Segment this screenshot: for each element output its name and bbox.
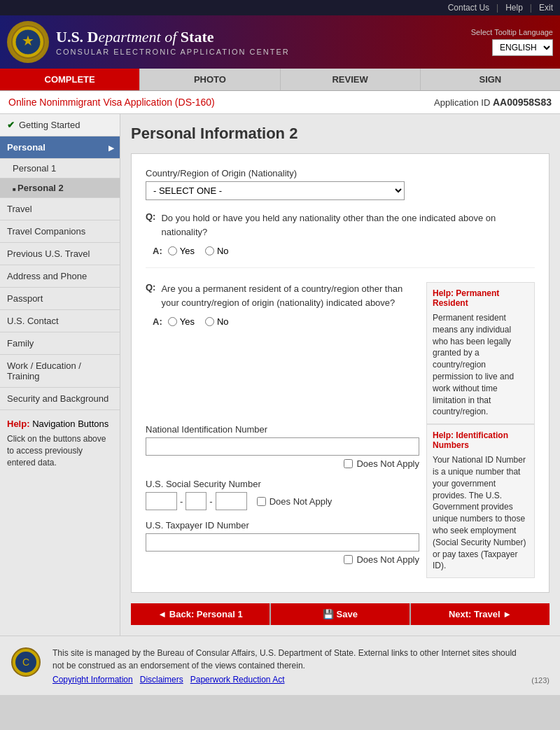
q2-row: Q: Are you a permanent resident of a cou… bbox=[146, 282, 419, 309]
app-id-bar: Online Nonimmigrant Visa Application (DS… bbox=[0, 91, 560, 114]
national-id-label: National Identification Number bbox=[146, 424, 419, 435]
sidebar-item-personal2[interactable]: Personal 2 bbox=[0, 178, 120, 198]
sidebar-item-passport[interactable]: Passport bbox=[0, 288, 120, 310]
sidebar-item-getting-started[interactable]: ✔ Getting Started bbox=[0, 114, 120, 136]
page-title: Personal Information 2 bbox=[131, 125, 550, 143]
q1-label: Q: bbox=[146, 211, 155, 239]
ssn-part2-input[interactable] bbox=[186, 492, 206, 510]
taxpayer-id-dna-checkbox[interactable] bbox=[344, 555, 353, 564]
tab-review[interactable]: REVIEW bbox=[281, 69, 421, 90]
sidebar-item-previous-us-travel[interactable]: Previous U.S. Travel bbox=[0, 243, 120, 265]
svg-text:C: C bbox=[22, 657, 29, 668]
national-id-dna-label: Does Not Apply bbox=[356, 458, 419, 469]
sidebar-item-work-education[interactable]: Work / Education / Training bbox=[0, 355, 120, 388]
question-block-1: Q: Do you hold or have you held any nati… bbox=[146, 211, 535, 268]
tab-complete[interactable]: COMPLETE bbox=[0, 69, 140, 90]
q1-radio-group: Yes No bbox=[168, 246, 229, 256]
footer-seal: C bbox=[10, 647, 42, 678]
disclaimers-link[interactable]: Disclaimers bbox=[140, 675, 183, 685]
q2-text: Are you a permanent resident of a countr… bbox=[161, 282, 419, 309]
ssn-dna-checkbox[interactable] bbox=[257, 497, 266, 506]
taxpayer-id-dna: Does Not Apply bbox=[146, 554, 419, 565]
paperwork-link[interactable]: Paperwork Reduction Act bbox=[190, 675, 285, 685]
id-fields: National Identification Number Does Not … bbox=[146, 424, 419, 578]
content-area: Personal Information 2 Country/Region of… bbox=[120, 114, 560, 636]
q2-no-option[interactable]: No bbox=[205, 316, 229, 327]
exit-link[interactable]: Exit bbox=[539, 3, 553, 13]
sidebar-item-travel[interactable]: Travel bbox=[0, 198, 120, 220]
sidebar-item-personal1[interactable]: Personal 1 bbox=[0, 159, 120, 178]
sidebar-item-family[interactable]: Family bbox=[0, 332, 120, 355]
nationality-select[interactable]: - SELECT ONE - bbox=[146, 181, 405, 200]
getting-started-label: Getting Started bbox=[19, 120, 80, 130]
next-button[interactable]: Next: Travel ► bbox=[411, 603, 550, 625]
tab-photo[interactable]: PHOTO bbox=[140, 69, 280, 90]
national-id-input[interactable] bbox=[146, 437, 419, 456]
q1-row: Q: Do you hold or have you held any nati… bbox=[146, 211, 535, 239]
footer-text: This site is managed by the Bureau of Co… bbox=[52, 647, 521, 672]
q2-section: Q: Are you a permanent resident of a cou… bbox=[146, 282, 535, 424]
tab-sign[interactable]: SIGN bbox=[421, 69, 560, 90]
sidebar-help-nav: Help: Navigation Buttons Click on the bu… bbox=[0, 410, 120, 472]
ssn-part3-input[interactable] bbox=[216, 492, 247, 510]
divider1: | bbox=[496, 3, 498, 13]
check-icon: ✔ bbox=[7, 120, 15, 130]
q1-no-radio[interactable] bbox=[205, 246, 214, 255]
taxpayer-id-input[interactable] bbox=[146, 533, 419, 552]
sidebar-item-travel-companions[interactable]: Travel Companions bbox=[0, 220, 120, 243]
national-id-dna: Does Not Apply bbox=[146, 458, 419, 469]
sidebar-item-personal[interactable]: Personal bbox=[0, 136, 120, 159]
ssn-part1-input[interactable] bbox=[146, 492, 177, 510]
q2-yes-radio[interactable] bbox=[168, 317, 177, 326]
ssn-sep2: - bbox=[209, 496, 212, 507]
nationality-row: Country/Region of Origin (Nationality) -… bbox=[146, 168, 535, 200]
sidebar-item-us-contact[interactable]: U.S. Contact bbox=[0, 310, 120, 332]
contact-us-link[interactable]: Contact Us bbox=[448, 3, 489, 13]
id-help-box: Help: Identification Numbers Your Nation… bbox=[426, 424, 535, 578]
save-button[interactable]: 💾 Save bbox=[270, 603, 411, 625]
q1-no-option[interactable]: No bbox=[205, 246, 229, 256]
bottom-buttons: ◄ Back: Personal 1 💾 Save Next: Travel ► bbox=[131, 603, 550, 625]
language-selector[interactable]: Select Tooltip Language ENGLISH bbox=[471, 28, 553, 56]
q2-help-text: Permanent resident means any individual … bbox=[433, 312, 528, 418]
q2-yes-option[interactable]: Yes bbox=[168, 316, 195, 327]
header: ★ U.S. Department of State CONSULAR ELEC… bbox=[0, 15, 560, 69]
help-link[interactable]: Help bbox=[505, 3, 523, 13]
agency-name: U.S. Department of State CONSULAR ELECTR… bbox=[56, 28, 290, 56]
nationality-label: Country/Region of Origin (Nationality) bbox=[146, 168, 535, 178]
lang-dropdown[interactable]: ENGLISH bbox=[492, 39, 553, 56]
ssn-row: U.S. Social Security Number - - Does Not… bbox=[146, 479, 419, 510]
nav-tabs: COMPLETE PHOTO REVIEW SIGN bbox=[0, 69, 560, 91]
sidebar: ✔ Getting Started Personal Personal 1 Pe… bbox=[0, 114, 120, 636]
footer-content: This site is managed by the Bureau of Co… bbox=[52, 647, 521, 685]
a2-label: A: bbox=[153, 316, 162, 327]
taxpayer-id-row: U.S. Taxpayer ID Number Does Not Apply bbox=[146, 520, 419, 565]
q2-help-title: Help: Permanent Resident bbox=[433, 288, 528, 308]
dept-name: U.S. Department of State bbox=[56, 28, 290, 46]
a1-row: A: Yes No bbox=[146, 246, 535, 256]
a1-label: A: bbox=[153, 246, 162, 256]
form-panel: Country/Region of Origin (Nationality) -… bbox=[131, 153, 550, 593]
ssn-input-row: - - Does Not Apply bbox=[146, 492, 419, 510]
id-help-title: Help: Identification Numbers bbox=[433, 430, 528, 450]
sidebar-item-address-phone[interactable]: Address and Phone bbox=[0, 265, 120, 288]
sidebar-item-security-background[interactable]: Security and Background bbox=[0, 388, 120, 410]
taxpayer-id-label: U.S. Taxpayer ID Number bbox=[146, 520, 419, 531]
q1-yes-option[interactable]: Yes bbox=[168, 246, 195, 256]
national-id-dna-checkbox[interactable] bbox=[344, 459, 353, 468]
agency-seal: ★ bbox=[7, 21, 49, 63]
ssn-dna: Does Not Apply bbox=[257, 496, 332, 507]
copyright-link[interactable]: Copyright Information bbox=[52, 675, 133, 685]
back-button[interactable]: ◄ Back: Personal 1 bbox=[131, 603, 270, 625]
divider2: | bbox=[530, 3, 532, 13]
q2-radio-group: Yes No bbox=[168, 316, 229, 327]
main-layout: ✔ Getting Started Personal Personal 1 Pe… bbox=[0, 114, 560, 636]
help-nav-text: Click on the buttons above to access pre… bbox=[7, 433, 113, 468]
q1-yes-radio[interactable] bbox=[168, 246, 177, 255]
ssn-sep1: - bbox=[180, 496, 183, 507]
q2-no-radio[interactable] bbox=[205, 317, 214, 326]
app-id: Application ID AA00958S83 bbox=[434, 97, 552, 108]
a2-row: A: Yes No bbox=[146, 316, 419, 327]
id-help-text: Your National ID Number is a unique numb… bbox=[433, 454, 528, 572]
id-section: National Identification Number Does Not … bbox=[146, 424, 535, 578]
